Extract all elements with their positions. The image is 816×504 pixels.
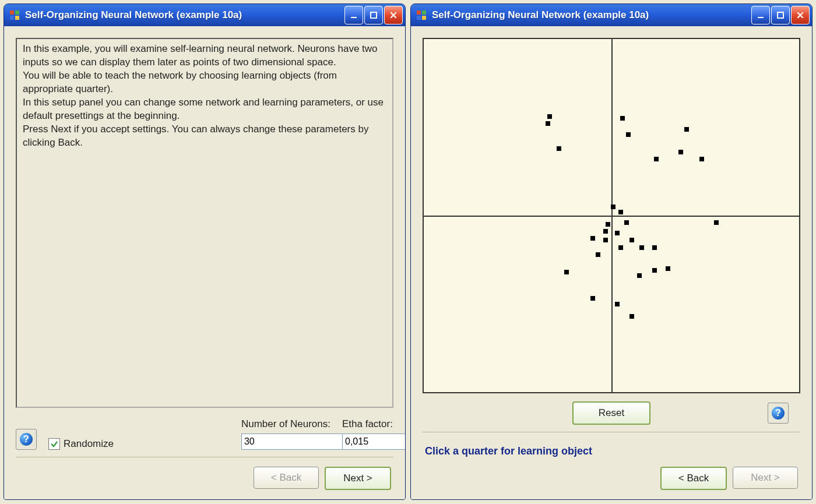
- close-button[interactable]: [791, 6, 810, 24]
- wizard-nav: < Back Next >: [16, 457, 393, 494]
- neurons-label: Number of Neurons:: [241, 418, 330, 430]
- checkbox-box: [48, 438, 60, 450]
- help-button[interactable]: ?: [768, 403, 789, 424]
- neuron-dot: [626, 132, 631, 137]
- titlebar[interactable]: Self-Organizing Neural Network (example …: [4, 4, 405, 26]
- maximize-button[interactable]: [364, 6, 383, 24]
- neuron-dot: [615, 302, 620, 306]
- neuron-dot: [629, 238, 634, 242]
- next-button: Next >: [733, 467, 798, 489]
- back-button[interactable]: < Back: [660, 467, 727, 490]
- neuron-dot: [603, 229, 608, 234]
- neuron-dot: [699, 157, 704, 161]
- svg-rect-9: [422, 16, 426, 20]
- svg-rect-2: [10, 16, 14, 20]
- neuron-dot: [652, 268, 657, 273]
- neuron-dot: [639, 245, 644, 250]
- svg-rect-1: [15, 10, 19, 15]
- etha-input[interactable]: [342, 433, 406, 450]
- neuron-dot: [611, 205, 615, 209]
- neuron-dot: [546, 121, 550, 126]
- neuron-dot: [678, 150, 683, 154]
- help-button[interactable]: ?: [16, 429, 37, 450]
- neuron-dot: [618, 245, 623, 250]
- neuron-dot: [624, 220, 629, 225]
- app-icon: [416, 9, 427, 21]
- neurons-field: Number of Neurons:: [241, 418, 330, 450]
- next-button[interactable]: Next >: [325, 467, 391, 490]
- svg-rect-7: [422, 10, 426, 15]
- plot-area: Reset ?: [423, 38, 800, 432]
- neuron-dot: [652, 245, 657, 250]
- randomize-label: Randomize: [64, 438, 114, 450]
- titlebar[interactable]: Self-Organizing Neural Network (example …: [411, 4, 812, 26]
- neuron-dot: [637, 273, 642, 278]
- neuron-dot: [557, 146, 561, 151]
- help-icon: ?: [772, 407, 785, 420]
- app-icon: [9, 9, 20, 21]
- training-window: Self-Organizing Neural Network (example …: [410, 3, 813, 500]
- svg-rect-10: [758, 17, 764, 18]
- plot-y-axis: [611, 39, 613, 392]
- back-button: < Back: [254, 467, 319, 489]
- svg-rect-6: [417, 10, 421, 15]
- etha-label: Etha factor:: [342, 418, 393, 430]
- window-title: Self-Organizing Neural Network (example …: [25, 9, 340, 21]
- svg-rect-5: [371, 12, 377, 18]
- neuron-dot: [547, 114, 552, 119]
- minimize-button[interactable]: [751, 6, 770, 24]
- neuron-dot: [615, 231, 620, 235]
- svg-rect-11: [778, 12, 783, 18]
- svg-rect-0: [10, 10, 14, 15]
- neuron-dot: [714, 220, 719, 225]
- neuron-dot: [618, 210, 623, 214]
- neuron-dot: [684, 127, 689, 132]
- svg-rect-4: [351, 17, 357, 18]
- neuron-plot[interactable]: [423, 38, 800, 393]
- help-icon: ?: [20, 433, 33, 446]
- svg-rect-3: [15, 16, 19, 20]
- neuron-dot: [629, 314, 634, 319]
- minimize-button[interactable]: [344, 6, 363, 24]
- randomize-checkbox[interactable]: Randomize: [48, 438, 114, 450]
- neuron-dot: [620, 116, 625, 121]
- hint-text: Click a quarter for learning object: [423, 432, 800, 457]
- neuron-dot: [606, 222, 610, 227]
- neuron-dot: [590, 296, 595, 301]
- window-title: Self-Organizing Neural Network (example …: [432, 9, 747, 21]
- settings-window: Self-Organizing Neural Network (example …: [3, 3, 406, 500]
- maximize-button[interactable]: [771, 6, 790, 24]
- reset-button[interactable]: Reset: [572, 401, 650, 425]
- neuron-dot: [590, 236, 595, 241]
- description-text: In this example, you will examine self-l…: [16, 38, 393, 408]
- neuron-dot: [603, 238, 608, 242]
- neuron-dot: [564, 270, 569, 274]
- svg-rect-8: [417, 16, 421, 20]
- neuron-dot: [654, 157, 659, 161]
- neuron-dot: [666, 266, 670, 271]
- wizard-nav: < Back Next >: [423, 457, 800, 494]
- etha-field: Etha factor:: [342, 418, 393, 450]
- neuron-dot: [596, 252, 600, 257]
- close-button[interactable]: [384, 6, 403, 24]
- settings-controls: ? Randomize Number of Neurons:: [16, 408, 393, 457]
